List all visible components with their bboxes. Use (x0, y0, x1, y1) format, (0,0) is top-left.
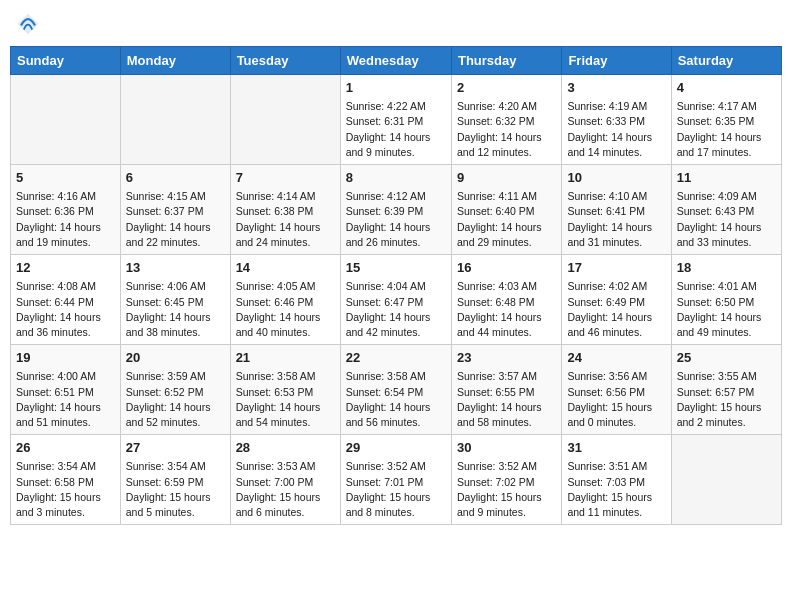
calendar-cell: 23Sunrise: 3:57 AM Sunset: 6:55 PM Dayli… (451, 345, 561, 435)
day-info: Sunrise: 4:02 AM Sunset: 6:49 PM Dayligh… (567, 279, 665, 340)
calendar-cell: 6Sunrise: 4:15 AM Sunset: 6:37 PM Daylig… (120, 165, 230, 255)
weekday-wednesday: Wednesday (340, 47, 451, 75)
day-info: Sunrise: 3:52 AM Sunset: 7:01 PM Dayligh… (346, 459, 446, 520)
calendar-cell: 14Sunrise: 4:05 AM Sunset: 6:46 PM Dayli… (230, 255, 340, 345)
day-number: 29 (346, 439, 446, 457)
day-number: 9 (457, 169, 556, 187)
calendar-cell: 27Sunrise: 3:54 AM Sunset: 6:59 PM Dayli… (120, 435, 230, 525)
day-info: Sunrise: 4:08 AM Sunset: 6:44 PM Dayligh… (16, 279, 115, 340)
calendar-cell: 31Sunrise: 3:51 AM Sunset: 7:03 PM Dayli… (562, 435, 671, 525)
day-info: Sunrise: 3:58 AM Sunset: 6:53 PM Dayligh… (236, 369, 335, 430)
calendar-cell: 30Sunrise: 3:52 AM Sunset: 7:02 PM Dayli… (451, 435, 561, 525)
day-number: 13 (126, 259, 225, 277)
calendar-week-1: 1Sunrise: 4:22 AM Sunset: 6:31 PM Daylig… (11, 75, 782, 165)
day-info: Sunrise: 3:53 AM Sunset: 7:00 PM Dayligh… (236, 459, 335, 520)
day-info: Sunrise: 4:14 AM Sunset: 6:38 PM Dayligh… (236, 189, 335, 250)
calendar-cell: 29Sunrise: 3:52 AM Sunset: 7:01 PM Dayli… (340, 435, 451, 525)
day-number: 10 (567, 169, 665, 187)
day-info: Sunrise: 4:16 AM Sunset: 6:36 PM Dayligh… (16, 189, 115, 250)
calendar-cell: 17Sunrise: 4:02 AM Sunset: 6:49 PM Dayli… (562, 255, 671, 345)
calendar-cell: 4Sunrise: 4:17 AM Sunset: 6:35 PM Daylig… (671, 75, 781, 165)
calendar-cell: 12Sunrise: 4:08 AM Sunset: 6:44 PM Dayli… (11, 255, 121, 345)
day-number: 5 (16, 169, 115, 187)
day-info: Sunrise: 4:22 AM Sunset: 6:31 PM Dayligh… (346, 99, 446, 160)
day-number: 30 (457, 439, 556, 457)
calendar-cell: 18Sunrise: 4:01 AM Sunset: 6:50 PM Dayli… (671, 255, 781, 345)
weekday-saturday: Saturday (671, 47, 781, 75)
day-number: 31 (567, 439, 665, 457)
day-info: Sunrise: 3:56 AM Sunset: 6:56 PM Dayligh… (567, 369, 665, 430)
weekday-tuesday: Tuesday (230, 47, 340, 75)
logo (14, 10, 46, 38)
weekday-thursday: Thursday (451, 47, 561, 75)
calendar-cell: 7Sunrise: 4:14 AM Sunset: 6:38 PM Daylig… (230, 165, 340, 255)
day-number: 19 (16, 349, 115, 367)
day-number: 16 (457, 259, 556, 277)
day-info: Sunrise: 4:19 AM Sunset: 6:33 PM Dayligh… (567, 99, 665, 160)
logo-icon (14, 10, 42, 38)
day-info: Sunrise: 4:17 AM Sunset: 6:35 PM Dayligh… (677, 99, 776, 160)
calendar-body: 1Sunrise: 4:22 AM Sunset: 6:31 PM Daylig… (11, 75, 782, 525)
calendar-cell: 24Sunrise: 3:56 AM Sunset: 6:56 PM Dayli… (562, 345, 671, 435)
day-number: 18 (677, 259, 776, 277)
day-number: 3 (567, 79, 665, 97)
day-number: 28 (236, 439, 335, 457)
calendar-cell: 10Sunrise: 4:10 AM Sunset: 6:41 PM Dayli… (562, 165, 671, 255)
day-info: Sunrise: 4:01 AM Sunset: 6:50 PM Dayligh… (677, 279, 776, 340)
calendar-week-2: 5Sunrise: 4:16 AM Sunset: 6:36 PM Daylig… (11, 165, 782, 255)
calendar-cell: 9Sunrise: 4:11 AM Sunset: 6:40 PM Daylig… (451, 165, 561, 255)
day-info: Sunrise: 4:20 AM Sunset: 6:32 PM Dayligh… (457, 99, 556, 160)
day-number: 2 (457, 79, 556, 97)
calendar-cell: 8Sunrise: 4:12 AM Sunset: 6:39 PM Daylig… (340, 165, 451, 255)
calendar-cell: 22Sunrise: 3:58 AM Sunset: 6:54 PM Dayli… (340, 345, 451, 435)
calendar-cell: 15Sunrise: 4:04 AM Sunset: 6:47 PM Dayli… (340, 255, 451, 345)
calendar-week-5: 26Sunrise: 3:54 AM Sunset: 6:58 PM Dayli… (11, 435, 782, 525)
calendar-cell: 28Sunrise: 3:53 AM Sunset: 7:00 PM Dayli… (230, 435, 340, 525)
day-info: Sunrise: 4:05 AM Sunset: 6:46 PM Dayligh… (236, 279, 335, 340)
day-info: Sunrise: 3:54 AM Sunset: 6:59 PM Dayligh… (126, 459, 225, 520)
calendar-cell: 2Sunrise: 4:20 AM Sunset: 6:32 PM Daylig… (451, 75, 561, 165)
calendar-cell (671, 435, 781, 525)
day-info: Sunrise: 3:51 AM Sunset: 7:03 PM Dayligh… (567, 459, 665, 520)
day-info: Sunrise: 4:15 AM Sunset: 6:37 PM Dayligh… (126, 189, 225, 250)
day-info: Sunrise: 4:04 AM Sunset: 6:47 PM Dayligh… (346, 279, 446, 340)
day-number: 7 (236, 169, 335, 187)
day-info: Sunrise: 4:12 AM Sunset: 6:39 PM Dayligh… (346, 189, 446, 250)
day-info: Sunrise: 3:59 AM Sunset: 6:52 PM Dayligh… (126, 369, 225, 430)
weekday-monday: Monday (120, 47, 230, 75)
day-info: Sunrise: 3:55 AM Sunset: 6:57 PM Dayligh… (677, 369, 776, 430)
day-number: 24 (567, 349, 665, 367)
calendar-cell: 20Sunrise: 3:59 AM Sunset: 6:52 PM Dayli… (120, 345, 230, 435)
day-info: Sunrise: 4:09 AM Sunset: 6:43 PM Dayligh… (677, 189, 776, 250)
day-number: 20 (126, 349, 225, 367)
day-number: 27 (126, 439, 225, 457)
day-number: 8 (346, 169, 446, 187)
day-info: Sunrise: 4:03 AM Sunset: 6:48 PM Dayligh… (457, 279, 556, 340)
day-info: Sunrise: 4:00 AM Sunset: 6:51 PM Dayligh… (16, 369, 115, 430)
day-number: 26 (16, 439, 115, 457)
day-info: Sunrise: 4:10 AM Sunset: 6:41 PM Dayligh… (567, 189, 665, 250)
weekday-sunday: Sunday (11, 47, 121, 75)
calendar-cell: 5Sunrise: 4:16 AM Sunset: 6:36 PM Daylig… (11, 165, 121, 255)
day-number: 25 (677, 349, 776, 367)
day-number: 4 (677, 79, 776, 97)
day-number: 14 (236, 259, 335, 277)
day-info: Sunrise: 4:11 AM Sunset: 6:40 PM Dayligh… (457, 189, 556, 250)
page-header (10, 10, 782, 38)
day-info: Sunrise: 3:52 AM Sunset: 7:02 PM Dayligh… (457, 459, 556, 520)
calendar-week-3: 12Sunrise: 4:08 AM Sunset: 6:44 PM Dayli… (11, 255, 782, 345)
day-number: 23 (457, 349, 556, 367)
calendar-cell: 19Sunrise: 4:00 AM Sunset: 6:51 PM Dayli… (11, 345, 121, 435)
day-info: Sunrise: 3:58 AM Sunset: 6:54 PM Dayligh… (346, 369, 446, 430)
calendar-cell: 3Sunrise: 4:19 AM Sunset: 6:33 PM Daylig… (562, 75, 671, 165)
day-number: 21 (236, 349, 335, 367)
calendar-cell: 1Sunrise: 4:22 AM Sunset: 6:31 PM Daylig… (340, 75, 451, 165)
weekday-friday: Friday (562, 47, 671, 75)
day-info: Sunrise: 3:57 AM Sunset: 6:55 PM Dayligh… (457, 369, 556, 430)
calendar-cell: 26Sunrise: 3:54 AM Sunset: 6:58 PM Dayli… (11, 435, 121, 525)
day-number: 6 (126, 169, 225, 187)
calendar-cell (120, 75, 230, 165)
day-number: 11 (677, 169, 776, 187)
calendar-week-4: 19Sunrise: 4:00 AM Sunset: 6:51 PM Dayli… (11, 345, 782, 435)
calendar-table: SundayMondayTuesdayWednesdayThursdayFrid… (10, 46, 782, 525)
